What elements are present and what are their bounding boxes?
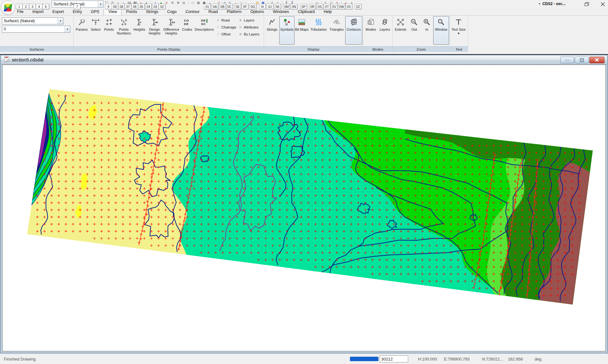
tab-platform[interactable]: Platform — [222, 9, 246, 15]
toolbar-icon-16[interactable]: ▭ — [191, 1, 195, 5]
ribbon-group-display: StringsSymbolsBit MapsTributariesTriangl… — [264, 16, 363, 52]
tab-options[interactable]: Options — [246, 9, 269, 15]
keytip-0S: 0S — [316, 4, 323, 9]
keytip-05: 05 — [138, 4, 145, 9]
descriptions-button[interactable]: DESCDescriptions — [194, 16, 214, 45]
ribbon-group-surfaces: Surface1 (Natural)▼0▼Surfaces — [0, 16, 74, 52]
document-titlebar[interactable]: section5.cdsdat — [1, 55, 607, 65]
point-number-field[interactable]: 30212 — [380, 355, 408, 362]
chevron-down-icon[interactable]: ▼ — [65, 26, 70, 32]
tab-import[interactable]: Import — [28, 9, 48, 15]
points-button[interactable]: Points — [102, 16, 116, 45]
toolbar-separator — [188, 1, 188, 5]
difference-heights-button[interactable]: ΔhDifference Heights — [162, 16, 180, 45]
code-icon: CODE — [182, 17, 193, 27]
tab-export[interactable]: Export — [48, 9, 68, 15]
text-size-button[interactable]: Text Size ▾ — [451, 16, 466, 45]
status-message: Finished Drawing — [4, 357, 35, 361]
map-canvas[interactable] — [2, 65, 606, 351]
attributes-button[interactable]: Attributes — [238, 24, 259, 30]
toolbar-icon-17[interactable]: ▦ — [196, 1, 200, 5]
keytip-0C: 0C — [226, 4, 233, 9]
ribbon-group-zoom: ExtentsOutInWindowZoom — [393, 16, 450, 52]
symbols-button[interactable]: Symbols — [279, 16, 294, 45]
extents-button[interactable]: Extents — [393, 16, 408, 45]
tab-contour[interactable]: Contour — [181, 9, 204, 15]
extents-icon — [395, 17, 406, 27]
keytip-0G: 0G — [250, 4, 256, 9]
restore-button[interactable] — [582, 1, 592, 8]
tab-road[interactable]: Road — [204, 9, 222, 15]
layers-button[interactable]: Layers — [378, 16, 392, 45]
design-heights-button[interactable]: dhDesign Heights — [147, 16, 162, 45]
in-button[interactable]: In — [421, 16, 433, 45]
contours-button[interactable]: Contours — [345, 16, 362, 45]
terrain-map — [3, 65, 605, 351]
layers-button[interactable]: Layers — [238, 17, 259, 23]
doc-close-button[interactable] — [589, 57, 605, 63]
offset-icon — [216, 32, 220, 37]
tab-strings[interactable]: Strings — [142, 9, 163, 15]
tab-file[interactable]: File — [13, 9, 28, 15]
window-button[interactable]: Window — [433, 16, 449, 45]
textsize-icon — [453, 17, 464, 27]
doc-maximize-button[interactable] — [575, 57, 589, 63]
app-logo[interactable] — [1, 1, 15, 15]
tab-view[interactable]: View — [104, 8, 122, 15]
keytip-0E: 0E — [234, 4, 241, 9]
points-numbers-button[interactable]: 12345Points Numbers — [116, 16, 132, 45]
strings-button[interactable]: Strings — [265, 16, 279, 45]
attrs-icon — [238, 25, 243, 30]
button-label: Points Numbers — [116, 28, 132, 35]
app-titlebar: ⁺⁺¹³↑↑code↘▲≈▲≡⊖⊕◎▭▦▣⌂↗↗↖↓~▤▣↗×║║¬↖□×↙« … — [0, 0, 608, 9]
tab-gps[interactable]: GPS — [86, 9, 104, 15]
codes-button[interactable]: CODECodes — [180, 16, 194, 45]
toolbar-icon-13[interactable]: ⊕ — [176, 1, 180, 5]
by-layers-button[interactable]: By Layers — [238, 31, 259, 37]
dh-icon: dh — [149, 17, 160, 27]
angle-unit: deg — [535, 357, 542, 361]
button-label: Text Size ▾ — [451, 28, 466, 35]
tab-clipboard[interactable]: Clipboard — [293, 9, 319, 15]
close-button[interactable] — [598, 1, 607, 8]
params-button[interactable]: Params — [74, 16, 89, 45]
select-button[interactable]: Select — [89, 16, 102, 45]
out-button[interactable]: Out — [408, 16, 421, 45]
layer-select[interactable]: 0▼ — [2, 26, 70, 33]
toolbar-icon-12[interactable]: ⊖ — [170, 1, 174, 5]
svg-text:4: 4 — [122, 23, 123, 26]
keytip-4: 4 — [36, 4, 42, 9]
road-button[interactable]: Road — [216, 17, 236, 23]
button-label: Difference Heights — [163, 28, 180, 35]
doc-minimize-button[interactable] — [560, 57, 574, 63]
chainage-button[interactable]: Chainage — [216, 24, 236, 30]
svg-text:DE: DE — [201, 19, 206, 22]
tab-cogo[interactable]: Cogo — [163, 9, 181, 15]
keytip-04: 04 — [145, 4, 152, 9]
ribbon-group-points-display: ParamsSelectPoints12345Points NumbershHe… — [74, 16, 264, 52]
button-label: By Layers — [244, 32, 259, 36]
modes-button[interactable]: Modes — [364, 16, 378, 45]
ribbon: Surface1 (Natural)▼0▼SurfacesParamsSelec… — [0, 15, 608, 52]
heights-button[interactable]: hHeights — [132, 16, 147, 45]
triangles-button[interactable]: Triangles — [328, 16, 345, 45]
chevron-down-icon[interactable]: ▼ — [98, 1, 103, 7]
offset-button[interactable]: Offset — [216, 31, 236, 37]
keytip-06: 06 — [131, 4, 138, 9]
toolbar-icon-14[interactable]: ◎ — [182, 1, 186, 5]
svg-text:h: h — [140, 21, 141, 24]
surface-select[interactable]: Surface1 (Natural)▼ — [2, 17, 63, 24]
keytip-9: 9 — [105, 4, 112, 9]
tributaries-button[interactable]: Tributaries — [309, 16, 328, 45]
tab-windows[interactable]: Windows — [269, 9, 294, 15]
tab-points[interactable]: Points — [122, 9, 142, 15]
bit-maps-button[interactable]: Bit Maps — [294, 16, 309, 45]
tab-help[interactable]: Help — [319, 9, 336, 15]
keytip-0M: 0M — [283, 4, 290, 9]
button-label: Contours — [347, 28, 361, 31]
keytip-3: 3 — [29, 4, 36, 9]
tab-entry[interactable]: Entry — [68, 9, 86, 15]
statusbar: Finished Drawing 30212 H:100.000 E:79890… — [0, 354, 608, 364]
bylayers-icon — [238, 32, 243, 37]
chevron-down-icon[interactable]: ▼ — [58, 18, 63, 24]
